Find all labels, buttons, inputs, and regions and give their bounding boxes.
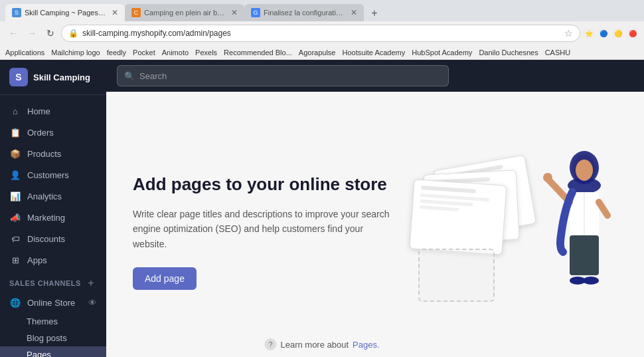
tab-label-gmail: Finalisez la configuration de vot... bbox=[264, 9, 345, 17]
sidebar-item-online-store[interactable]: 🌐 Online Store 👁 bbox=[0, 292, 106, 313]
sub-label-pages: Pages bbox=[27, 350, 51, 357]
svg-point-11 bbox=[583, 277, 599, 285]
nav-label-discounts: Discounts bbox=[27, 234, 65, 244]
app-layout: S Skill Camping ⌂ Home 📋 Orders 📦 Produc… bbox=[0, 60, 644, 357]
address-bar[interactable]: 🔒 skill-camping.myshopify.com/admin/page… bbox=[61, 25, 580, 42]
channels-section-header: SALES CHANNELS + bbox=[0, 271, 106, 292]
browser-chrome: S Skill Camping ~ Pages ~ Shopify ✕ C Ca… bbox=[0, 0, 644, 45]
sidebar-item-blog-posts[interactable]: Blog posts bbox=[0, 330, 106, 346]
bookmark-cashu[interactable]: CASHU bbox=[545, 49, 571, 57]
nav-label-products: Products bbox=[27, 149, 61, 159]
svg-point-3 bbox=[576, 160, 593, 181]
sidebar-item-home[interactable]: ⌂ Home bbox=[0, 100, 106, 122]
doc-card-dashed bbox=[418, 249, 495, 302]
nav-label-apps: Apps bbox=[27, 255, 47, 265]
browser-tabs: S Skill Camping ~ Pages ~ Shopify ✕ C Ca… bbox=[0, 0, 644, 21]
tab-shopify[interactable]: S Skill Camping ~ Pages ~ Shopify ✕ bbox=[5, 4, 125, 21]
reload-button[interactable]: ↻ bbox=[42, 25, 58, 41]
add-channel-button[interactable]: + bbox=[85, 277, 97, 289]
bookmark-mailchimp[interactable]: Mailchimp logo bbox=[51, 49, 100, 57]
nav-label-home: Home bbox=[27, 106, 50, 116]
address-text: skill-camping.myshopify.com/admin/pages bbox=[82, 29, 560, 38]
orders-icon: 📋 bbox=[9, 126, 21, 138]
sidebar-item-products[interactable]: 📦 Products bbox=[0, 143, 106, 164]
bookmark-pexels[interactable]: Pexels bbox=[195, 49, 217, 57]
sidebar-item-discounts[interactable]: 🏷 Discounts bbox=[0, 228, 106, 249]
home-icon: ⌂ bbox=[9, 105, 21, 117]
bookmark-hubspot[interactable]: HubSpot Academy bbox=[412, 49, 472, 57]
content-right bbox=[392, 146, 617, 318]
extension-icons: ⭐ 🔵 🟡 🔴 bbox=[583, 27, 639, 39]
sidebar-nav: ⌂ Home 📋 Orders 📦 Products 👤 Customers 📊… bbox=[0, 95, 106, 357]
person-figure bbox=[524, 149, 611, 308]
sidebar-item-apps[interactable]: ⊞ Apps bbox=[0, 249, 106, 271]
tab-favicon-gmail: G bbox=[251, 8, 260, 17]
search-placeholder: Search bbox=[139, 71, 167, 81]
bookmark-recommended[interactable]: Recommended Blo... bbox=[224, 49, 292, 57]
forward-button[interactable]: → bbox=[24, 25, 40, 41]
tab-label-camping: Camping en plein air batterie de... bbox=[144, 9, 225, 17]
ext-icon-2[interactable]: 🔵 bbox=[598, 27, 609, 39]
bookmark-pocket[interactable]: Pocket bbox=[133, 49, 155, 57]
browser-nav: ← → ↻ 🔒 skill-camping.myshopify.com/admi… bbox=[0, 21, 644, 45]
bookmark-feedly[interactable]: feedly bbox=[107, 49, 126, 57]
tab-favicon-shopify: S bbox=[12, 8, 21, 17]
info-icon: ? bbox=[264, 338, 276, 350]
tab-label-shopify: Skill Camping ~ Pages ~ Shopify bbox=[25, 9, 106, 17]
bookmark-icon[interactable]: ☆ bbox=[564, 28, 573, 39]
sidebar-item-orders[interactable]: 📋 Orders bbox=[0, 122, 106, 143]
lock-icon: 🔒 bbox=[68, 29, 78, 38]
search-bar[interactable]: 🔍 Search bbox=[117, 65, 449, 86]
new-tab-button[interactable]: + bbox=[366, 5, 382, 21]
add-page-button[interactable]: Add page bbox=[133, 267, 197, 290]
ext-icon-1[interactable]: ⭐ bbox=[583, 27, 595, 39]
ext-icon-3[interactable]: 🟡 bbox=[612, 27, 624, 39]
sidebar-header: S Skill Camping bbox=[0, 60, 106, 95]
sidebar-item-marketing[interactable]: 📣 Marketing bbox=[0, 207, 106, 228]
apps-icon: ⊞ bbox=[9, 254, 21, 266]
nav-label-marketing: Marketing bbox=[27, 213, 65, 223]
products-icon: 📦 bbox=[9, 148, 21, 160]
bookmark-agorapulse[interactable]: Agorapulse bbox=[299, 49, 336, 57]
store-name: Skill Camping bbox=[33, 72, 90, 82]
visibility-icon[interactable]: 👁 bbox=[88, 298, 97, 308]
page-description: Write clear page titles and descriptions… bbox=[133, 207, 392, 251]
sidebar-logo: S bbox=[9, 68, 28, 86]
doc-card-front bbox=[410, 179, 507, 255]
pages-learn-more-link[interactable]: Pages. bbox=[353, 340, 379, 350]
tab-close-camping[interactable]: ✕ bbox=[231, 8, 238, 17]
sub-label-blog-posts: Blog posts bbox=[27, 333, 67, 343]
svg-rect-9 bbox=[570, 235, 599, 275]
content-left: Add pages to your online store Write cle… bbox=[133, 174, 392, 290]
tab-close-gmail[interactable]: ✕ bbox=[351, 8, 357, 17]
channels-label: SALES CHANNELS bbox=[9, 279, 81, 287]
back-button[interactable]: ← bbox=[5, 25, 21, 41]
tab-camping[interactable]: C Camping en plein air batterie de... ✕ bbox=[125, 4, 244, 21]
sidebar-item-customers[interactable]: 👤 Customers bbox=[0, 164, 106, 185]
analytics-icon: 📊 bbox=[9, 190, 21, 202]
bookmark-animoto[interactable]: Animoto bbox=[162, 49, 189, 57]
tab-gmail[interactable]: G Finalisez la configuration de vot... ✕ bbox=[244, 4, 364, 21]
page-content: Add pages to your online store Write cle… bbox=[106, 92, 644, 357]
discounts-icon: 🏷 bbox=[9, 233, 21, 245]
topbar: 🔍 Search bbox=[106, 60, 644, 92]
ext-icon-4[interactable]: 🔴 bbox=[627, 27, 639, 39]
main-area: 🔍 Search Add pages to your online store … bbox=[106, 60, 644, 357]
bookmark-danilo[interactable]: Danilo Duchesnes bbox=[479, 49, 538, 57]
nav-label-orders: Orders bbox=[27, 128, 54, 138]
tab-favicon-camping: C bbox=[131, 8, 141, 17]
svg-point-7 bbox=[543, 173, 552, 182]
bookmark-applications[interactable]: Applications bbox=[5, 49, 44, 57]
customers-icon: 👤 bbox=[9, 169, 21, 181]
sidebar-item-analytics[interactable]: 📊 Analytics bbox=[0, 185, 106, 207]
bookmark-hootsuite[interactable]: Hootsuite Academy bbox=[342, 49, 405, 57]
bookmarks-bar: Applications Mailchimp logo feedly Pocke… bbox=[0, 45, 644, 60]
marketing-icon: 📣 bbox=[9, 211, 21, 223]
sub-label-themes: Themes bbox=[27, 316, 58, 326]
nav-label-online-store: Online Store bbox=[27, 298, 75, 308]
sidebar-item-pages[interactable]: Pages bbox=[0, 346, 106, 357]
tab-close-shopify[interactable]: ✕ bbox=[112, 8, 118, 17]
nav-label-customers: Customers bbox=[27, 170, 69, 180]
sidebar-item-themes[interactable]: Themes bbox=[0, 313, 106, 330]
svg-line-8 bbox=[599, 202, 607, 215]
